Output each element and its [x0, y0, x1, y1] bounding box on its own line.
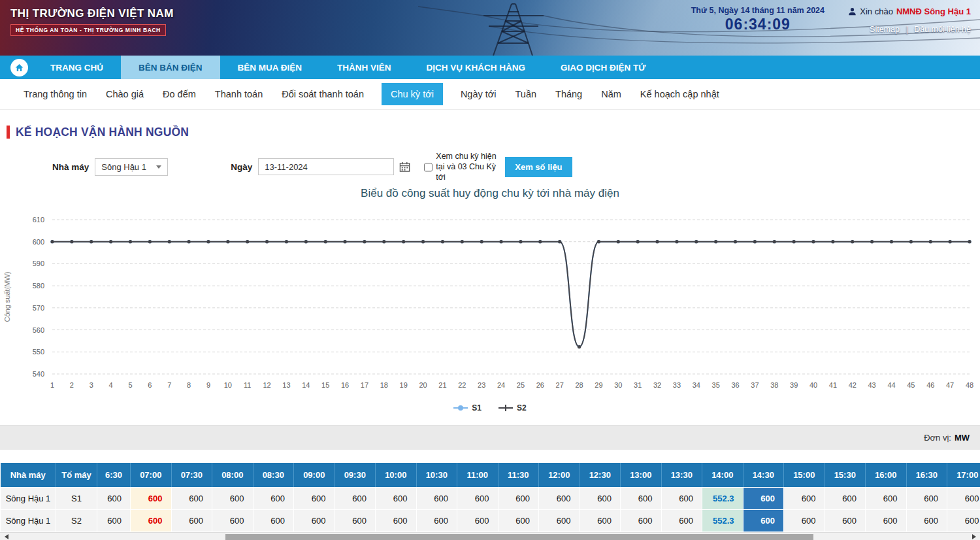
svg-text:33: 33	[673, 381, 681, 389]
subnav-item-3[interactable]: Thanh toán	[214, 83, 264, 105]
cell-value: 600	[906, 509, 947, 532]
legend-item-s1[interactable]: S1	[453, 403, 482, 413]
subnav-item-10[interactable]: Kế hoạch cập nhật	[639, 83, 721, 105]
cell-value: 600	[416, 487, 457, 509]
nav-item-4[interactable]: DỊCH VỤ KHÁCH HÀNG	[409, 56, 544, 79]
svg-text:15: 15	[321, 381, 329, 389]
svg-text:40: 40	[809, 381, 817, 389]
cell-value: 600	[294, 487, 335, 509]
svg-text:28: 28	[575, 381, 583, 389]
svg-text:35: 35	[712, 381, 720, 389]
legend-item-s2[interactable]: S2	[498, 403, 527, 413]
plant-select[interactable]: Sông Hậu 1	[95, 158, 168, 176]
cell-value: 600	[131, 509, 172, 532]
svg-text:32: 32	[653, 381, 661, 389]
col-header: 15:30	[825, 463, 866, 487]
scroll-right-arrow[interactable]	[969, 533, 979, 540]
svg-text:30: 30	[614, 381, 622, 389]
link-separator: |	[906, 25, 907, 34]
cell-value: 600	[97, 509, 131, 532]
unit-label: Đơn vị:	[924, 433, 951, 443]
cell-value: 600	[294, 509, 335, 532]
svg-text:570: 570	[33, 304, 44, 312]
greeting-text: Xin chào	[860, 7, 893, 16]
col-header: 17:00	[947, 463, 980, 487]
svg-text:7: 7	[167, 381, 171, 389]
cell-value: 600	[661, 509, 702, 532]
svg-text:39: 39	[790, 381, 798, 389]
contact-link[interactable]: Đầu mối liên hệ	[914, 25, 971, 34]
subnav-item-2[interactable]: Đo đếm	[161, 83, 197, 105]
subnav-item-6[interactable]: Ngày tới	[459, 83, 498, 105]
svg-text:45: 45	[907, 381, 915, 389]
svg-text:43: 43	[868, 381, 876, 389]
scroll-left-arrow[interactable]	[1, 533, 11, 540]
cell-value: 600	[97, 487, 131, 509]
cell-value: 600	[539, 487, 580, 509]
cell-value: 552.3	[702, 487, 743, 509]
horizontal-scrollbar[interactable]	[0, 532, 980, 540]
svg-text:44: 44	[887, 381, 895, 389]
cycle-checkbox-label: Xem chu kỳ hiện tại và 03 Chu Kỳ tới	[436, 151, 504, 183]
svg-text:13: 13	[282, 381, 290, 389]
svg-text:17: 17	[361, 381, 368, 389]
col-header: 13:30	[661, 463, 702, 487]
svg-text:Công suất(MW): Công suất(MW)	[3, 271, 11, 322]
svg-text:560: 560	[33, 326, 44, 334]
cell-value: 600	[498, 509, 539, 532]
subnav-item-1[interactable]: Chào giá	[105, 83, 145, 105]
subnav-item-7[interactable]: Tuần	[514, 83, 538, 105]
cell-value: 600	[661, 487, 702, 509]
nav-item-5[interactable]: GIAO DỊCH ĐIỆN TỬ	[543, 56, 663, 79]
cell-value: 600	[171, 509, 212, 532]
cell-value: 600	[253, 487, 294, 509]
subnav-item-9[interactable]: Năm	[600, 83, 623, 105]
svg-text:37: 37	[751, 381, 759, 389]
svg-text:12: 12	[263, 381, 270, 389]
svg-text:29: 29	[595, 381, 602, 389]
subnav-item-4[interactable]: Đối soát thanh toán	[280, 83, 365, 105]
subnav-item-8[interactable]: Tháng	[554, 83, 583, 105]
cell-unit: S2	[56, 509, 97, 532]
cell-value: 600	[335, 487, 376, 509]
cell-value: 600	[457, 487, 498, 509]
calendar-icon[interactable]	[399, 161, 410, 173]
data-table-wrap: Nhà máyTổ máy6:3007:0007:3008:0008:3009:…	[0, 463, 980, 532]
cell-value: 600	[743, 509, 784, 532]
svg-text:23: 23	[478, 381, 485, 389]
nav-item-3[interactable]: THÀNH VIÊN	[319, 56, 409, 79]
date-input[interactable]	[258, 158, 394, 175]
cell-unit: S1	[56, 487, 97, 509]
subnav-item-0[interactable]: Trang thông tin	[22, 83, 88, 105]
cell-value: 600	[947, 487, 980, 509]
nav-item-2[interactable]: BÊN MUA ĐIỆN	[220, 56, 320, 79]
clock: 06:34:09	[691, 16, 825, 33]
nav-item-1[interactable]: BÊN BÁN ĐIỆN	[121, 56, 220, 79]
cell-value: 600	[866, 487, 907, 509]
col-header: 14:00	[702, 463, 743, 487]
cycle-checkbox[interactable]	[424, 152, 433, 183]
cell-value: 600	[212, 509, 253, 532]
svg-text:11: 11	[244, 381, 251, 389]
cell-value: 600	[131, 487, 172, 509]
unit-band: Đơn vị: MW	[0, 425, 980, 450]
cell-value: 600	[825, 487, 866, 509]
site-logo[interactable]: THỊ TRƯỜNG ĐIỆN VIỆT NAM	[10, 7, 174, 20]
power-chart: Biểu đồ công suất huy động chu kỳ tới nh…	[0, 187, 980, 416]
svg-text:18: 18	[380, 381, 388, 389]
col-header: 13:00	[621, 463, 662, 487]
svg-text:5: 5	[128, 381, 132, 389]
svg-text:47: 47	[946, 381, 954, 389]
chart-canvas: 540550560570580590600610Công suất(MW)123…	[0, 204, 980, 397]
cell-value: 600	[621, 509, 662, 532]
nav-item-0[interactable]: TRANG CHỦ	[33, 56, 121, 79]
svg-text:550: 550	[33, 348, 44, 356]
scrollbar-thumb[interactable]	[225, 534, 813, 540]
subnav-item-5[interactable]: Chu kỳ tới	[382, 83, 443, 105]
view-data-button[interactable]: Xem số liệu	[505, 157, 572, 177]
cell-value: 600	[784, 509, 825, 532]
cell-value: 600	[947, 509, 980, 532]
home-button[interactable]	[5, 56, 33, 79]
sitemap-link[interactable]: Sitemap	[870, 25, 900, 34]
col-header: 11:30	[498, 463, 539, 487]
